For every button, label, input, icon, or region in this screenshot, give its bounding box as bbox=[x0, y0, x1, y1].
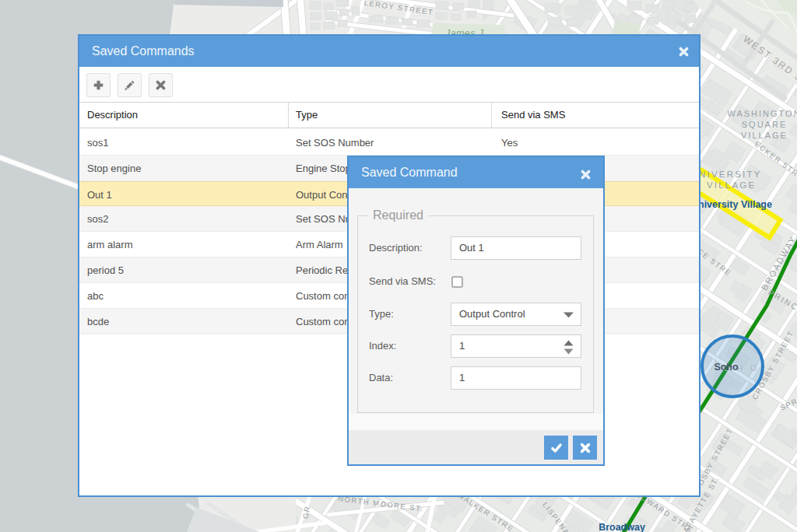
svg-text:NIVERSITY: NIVERSITY bbox=[699, 170, 762, 179]
svg-text:Broadway: Broadway bbox=[599, 522, 645, 532]
svg-text:VILLAGE: VILLAGE bbox=[741, 131, 788, 140]
svg-text:Soho: Soho bbox=[714, 362, 739, 373]
svg-text:WASHINGTON: WASHINGTON bbox=[727, 109, 797, 118]
svg-text:SQUARE: SQUARE bbox=[742, 120, 787, 129]
svg-text:VILLAGE: VILLAGE bbox=[707, 180, 756, 190]
svg-text:niversity Village: niversity Village bbox=[698, 199, 772, 210]
